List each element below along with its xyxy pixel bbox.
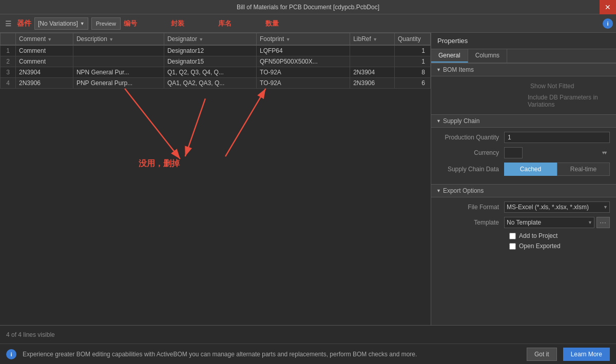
cell-libref — [350, 45, 395, 56]
notification-bar: i Experience greater BOM editing capabil… — [0, 343, 616, 364]
got-it-button[interactable]: Got it — [527, 348, 557, 361]
col-header-libref: LibRef ▼ — [350, 33, 395, 46]
cached-button[interactable]: Cached — [504, 163, 557, 176]
col-header-quantity: Quantity — [395, 33, 431, 46]
col-label-libref: 库名 — [218, 19, 232, 28]
preview-button[interactable]: Preview — [91, 17, 121, 30]
cell-quantity: 8 — [395, 67, 431, 78]
toolbar-chinese-label: 器件 — [17, 19, 31, 28]
add-to-project-row: Add to Project — [437, 232, 610, 239]
table-header-row: Comment ▼ Description ▼ Designator ▼ Foo… — [1, 33, 431, 46]
cell-description — [73, 45, 164, 56]
panel-tabs: General Columns — [431, 49, 616, 63]
close-button[interactable]: ✕ — [600, 0, 616, 14]
file-format-select[interactable]: MS-Excel (*.xls, *.xlsx, *.xlsm) CSV PDF — [504, 201, 610, 213]
notification-text: Experience greater BOM editing capabilit… — [23, 351, 521, 358]
bottom-bar: 4 of 4 lines visible — [0, 325, 616, 343]
production-quantity-row: Production Quantity — [437, 132, 610, 143]
export-options-content: File Format MS-Excel (*.xls, *.xlsx, *.x… — [431, 197, 616, 257]
supply-chain-buttons: Cached Real-time — [504, 163, 610, 176]
learn-more-button[interactable]: Learn More — [563, 348, 610, 361]
cell-num: 4 — [1, 78, 16, 89]
add-to-project-checkbox[interactable] — [509, 233, 516, 239]
col-header-footprint: Footprint ▼ — [257, 33, 350, 46]
currency-label: Currency — [437, 149, 504, 156]
include-db-params-label: Include DB Parameters in Variations — [528, 94, 610, 108]
svg-line-3 — [225, 89, 265, 156]
table-row[interactable]: 4 2N3906 PNP General Purp... QA1, QA2, Q… — [1, 78, 431, 89]
triangle-icon2: ▼ — [436, 118, 441, 124]
currency-select[interactable]: USD EUR — [504, 147, 523, 158]
cell-quantity: 1 — [395, 45, 431, 56]
cell-quantity: 6 — [395, 78, 431, 89]
table-row[interactable]: 1 Comment Designator12 LQFP64 1 — [1, 45, 431, 56]
table-row[interactable]: 3 2N3904 NPN General Pur... Q1, Q2, Q3, … — [1, 67, 431, 78]
cell-designator: Q1, Q2, Q3, Q4, Q... — [164, 67, 256, 78]
supply-chain-data-label: Supply Chain Data — [437, 166, 504, 173]
template-row: Template No Template ▼ ··· — [437, 217, 610, 228]
production-quantity-label: Production Quantity — [437, 134, 504, 141]
cell-footprint: TO-92A — [257, 67, 350, 78]
production-quantity-input[interactable] — [504, 132, 610, 143]
col-header-num — [1, 33, 16, 46]
show-not-fitted-label: Show Not Fitted — [530, 83, 610, 90]
triangle-icon: ▼ — [436, 67, 441, 72]
section-supply-chain: ▼ Supply Chain — [431, 114, 616, 128]
section-export-options: ▼ Export Options — [431, 184, 616, 197]
realtime-button[interactable]: Real-time — [557, 163, 610, 176]
template-select[interactable]: No Template — [504, 217, 594, 228]
tab-columns[interactable]: Columns — [468, 49, 507, 63]
open-exported-label: Open Exported — [519, 242, 561, 250]
cell-quantity: 1 — [395, 56, 431, 67]
col-header-description: Description ▼ — [73, 33, 164, 46]
section-bom-items: ▼ BOM Items — [431, 63, 616, 76]
template-label: Template — [437, 219, 504, 226]
variation-label: [No Variations] — [38, 20, 78, 27]
table-area: Comment ▼ Description ▼ Designator ▼ Foo… — [0, 33, 431, 325]
info-button[interactable]: i — [603, 18, 613, 29]
supply-chain-content: Production Quantity Currency USD EUR ▼ S… — [431, 128, 616, 184]
col-label-footprint: 封装 — [171, 19, 184, 28]
svg-line-1 — [125, 89, 180, 159]
col-label-quantity: 数量 — [265, 19, 279, 28]
add-to-project-label: Add to Project — [519, 232, 557, 239]
open-exported-checkbox[interactable] — [509, 243, 516, 250]
cell-footprint: QFN50P500X500X... — [257, 56, 350, 67]
cell-description — [73, 56, 164, 67]
panel-title: Properties — [431, 33, 616, 49]
template-dots-button[interactable]: ··· — [596, 217, 610, 228]
cell-comment: Comment — [16, 56, 73, 67]
cell-description: NPN General Pur... — [73, 67, 164, 78]
annotation-text: 没用，删掉 — [139, 158, 180, 169]
file-format-label: File Format — [437, 204, 504, 211]
col-label-number: 编号 — [124, 19, 137, 28]
file-format-select-wrapper: MS-Excel (*.xls, *.xlsx, *.xlsm) CSV PDF — [504, 201, 610, 213]
bom-table: Comment ▼ Description ▼ Designator ▼ Foo… — [0, 33, 431, 89]
cell-libref: 2N3906 — [350, 78, 395, 89]
dropdown-arrow-icon: ▼ — [80, 21, 85, 26]
table-row[interactable]: 2 Comment Designator15 QFN50P500X500X...… — [1, 56, 431, 67]
svg-line-2 — [185, 98, 205, 156]
cell-comment: 2N3904 — [16, 67, 73, 78]
triangle-icon3: ▼ — [436, 188, 441, 193]
col-header-comment: Comment ▼ — [16, 33, 73, 46]
annotation-area: 没用，删掉 — [0, 58, 431, 310]
cell-comment: 2N3906 — [16, 78, 73, 89]
cell-libref: 2N3904 — [350, 67, 395, 78]
cell-comment: Comment — [16, 45, 73, 56]
cell-designator: Designator15 — [164, 56, 256, 67]
cell-num: 1 — [1, 45, 16, 56]
supply-chain-data-row: Supply Chain Data Cached Real-time — [437, 163, 610, 176]
main-layout: Comment ▼ Description ▼ Designator ▼ Foo… — [0, 33, 616, 325]
menu-icon[interactable]: ☰ — [3, 18, 14, 29]
cell-designator: Designator12 — [164, 45, 256, 56]
window-title: Bill of Materials for PCB Document [cdyp… — [237, 4, 379, 11]
variation-dropdown[interactable]: [No Variations] ▼ — [34, 17, 88, 30]
include-db-params-row: Include DB Parameters in Variations — [442, 92, 610, 110]
col-header-designator: Designator ▼ — [164, 33, 256, 46]
bom-items-content: Show Not Fitted Include DB Parameters in… — [431, 76, 616, 114]
file-format-row: File Format MS-Excel (*.xls, *.xlsx, *.x… — [437, 201, 610, 213]
show-not-fitted-row: Show Not Fitted — [442, 80, 610, 92]
tab-general[interactable]: General — [431, 49, 468, 63]
status-text: 4 of 4 lines visible — [6, 331, 55, 338]
